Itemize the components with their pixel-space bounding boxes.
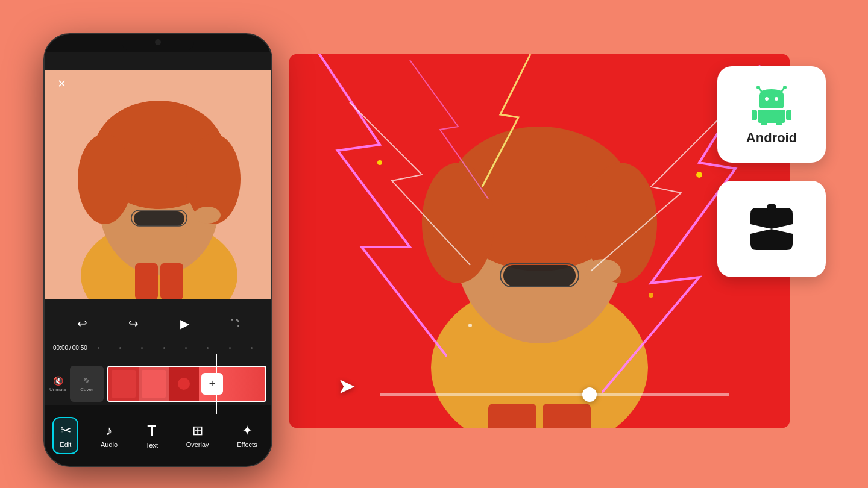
effects-label: Effects	[237, 441, 257, 448]
slider-thumb[interactable]	[582, 387, 597, 402]
svg-rect-10	[542, 404, 591, 428]
svg-rect-45	[767, 204, 776, 211]
svg-rect-40	[776, 122, 782, 125]
svg-rect-7	[500, 264, 579, 287]
phone-controls-bar: ↩ ↪ ▶ ⛶	[45, 305, 271, 342]
svg-rect-42	[786, 110, 791, 120]
add-clip-button[interactable]: +	[201, 373, 223, 395]
svg-point-3	[446, 127, 633, 271]
overlay-icon: ⊞	[192, 423, 203, 439]
play-button[interactable]: ▶	[180, 316, 189, 331]
timeline-dot-1	[98, 347, 99, 349]
timeline-dot-4	[163, 347, 165, 349]
phone-video-content	[45, 70, 271, 299]
slider-track	[380, 393, 729, 396]
svg-rect-27	[112, 370, 136, 398]
fullscreen-button[interactable]: ⛶	[230, 319, 239, 328]
cover-clip[interactable]: ✎ Cover	[70, 366, 104, 402]
timeline-total-time: 00:50	[72, 345, 87, 351]
edit-icon: ✂	[60, 423, 71, 439]
svg-rect-29	[142, 370, 166, 398]
cover-label: Cover	[80, 387, 93, 392]
svg-point-37	[775, 97, 778, 101]
edit-label: Edit	[60, 441, 71, 448]
capcut-badge[interactable]	[717, 181, 826, 277]
svg-point-4	[422, 163, 494, 283]
external-play-arrow: ➤	[338, 374, 356, 399]
phone-screen: ✕ ↩ ↪ ▶ ⛶ 00:00 / 00:50	[45, 52, 271, 466]
phone-clips-strip: 🔇 Unmute ✎ Cover +	[45, 360, 271, 408]
audio-icon: ♪	[106, 423, 113, 439]
audio-label: Audio	[101, 441, 118, 448]
timeline-dot-2	[119, 347, 121, 349]
svg-point-31	[178, 378, 190, 390]
svg-point-36	[765, 97, 769, 101]
svg-point-33	[756, 86, 760, 89]
svg-rect-21	[134, 211, 184, 226]
android-robot-icon	[750, 83, 793, 125]
svg-point-12	[696, 172, 702, 178]
svg-point-35	[783, 86, 787, 89]
svg-rect-25	[160, 263, 183, 299]
effects-icon: ✦	[242, 423, 253, 439]
toolbar-audio-item[interactable]: ♪ Audio	[95, 418, 124, 453]
progress-slider[interactable]	[380, 393, 729, 396]
undo-button[interactable]: ↩	[77, 316, 87, 331]
timeline-dot-6	[207, 347, 209, 349]
svg-rect-0	[289, 54, 790, 428]
svg-point-11	[377, 160, 382, 165]
timeline-dot-3	[141, 347, 143, 349]
toolbar-text-item[interactable]: T Text	[140, 418, 164, 454]
text-icon: T	[148, 422, 157, 439]
clip-frame-2	[139, 367, 169, 401]
phone-device: ✕ ↩ ↪ ▶ ⛶ 00:00 / 00:50	[43, 33, 272, 467]
svg-rect-24	[135, 263, 158, 299]
phone-timeline: 00:00 / 00:50	[45, 342, 271, 354]
phone-video-preview	[45, 70, 271, 299]
main-video-area	[289, 54, 790, 428]
phone-camera	[155, 39, 161, 45]
svg-rect-41	[752, 110, 757, 120]
svg-rect-6	[503, 265, 576, 286]
timeline-dot-5	[185, 347, 187, 349]
svg-point-8	[585, 259, 621, 283]
phone-toolbar: ✂ Edit ♪ Audio T Text ⊞ Overlay ✦ Effect…	[45, 405, 271, 466]
video-clip-strip[interactable]: +	[107, 366, 266, 402]
clip-frame-1	[108, 367, 139, 401]
android-label: Android	[746, 130, 797, 146]
timeline-dot-7	[229, 347, 231, 349]
lightning-effects-svg	[289, 54, 790, 428]
unmute-icon: 🔇	[53, 376, 63, 386]
svg-point-5	[585, 163, 657, 283]
android-badge[interactable]: Android	[717, 66, 826, 163]
text-label: Text	[146, 442, 158, 449]
toolbar-edit-item[interactable]: ✂ Edit	[52, 417, 78, 454]
clip-frame-3	[169, 367, 199, 401]
svg-point-14	[649, 293, 653, 298]
svg-point-13	[468, 324, 472, 327]
unmute-label: Unmute	[49, 387, 66, 392]
svg-point-23	[194, 207, 221, 224]
timeline-markers	[87, 347, 263, 349]
timeline-dot-8	[251, 347, 253, 349]
cover-icon: ✎	[83, 376, 90, 386]
toolbar-effects-item[interactable]: ✦ Effects	[231, 418, 263, 453]
svg-point-19	[78, 134, 132, 224]
svg-point-1	[431, 283, 648, 428]
main-video-background	[289, 54, 790, 428]
svg-rect-38	[758, 110, 785, 123]
timeline-separator: /	[69, 345, 71, 351]
unmute-button[interactable]: 🔇 Unmute	[49, 376, 66, 392]
playhead	[216, 354, 217, 414]
phone-close-button[interactable]: ✕	[53, 75, 70, 92]
capcut-logo-icon	[738, 196, 805, 262]
svg-point-2	[455, 151, 624, 343]
svg-rect-9	[488, 404, 536, 428]
toolbar-overlay-item[interactable]: ⊞ Overlay	[180, 418, 215, 453]
svg-rect-39	[761, 122, 767, 125]
timeline-current-time: 00:00	[53, 345, 68, 351]
redo-button[interactable]: ↪	[128, 316, 139, 331]
overlay-label: Overlay	[186, 441, 209, 448]
